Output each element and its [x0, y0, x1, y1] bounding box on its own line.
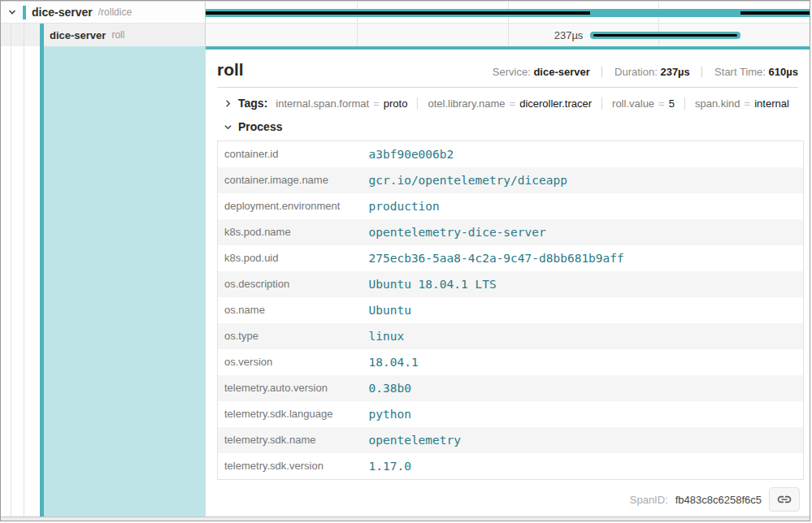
process-label: Process: [238, 120, 282, 133]
selected-span-indent-column: [1, 46, 206, 517]
process-value: Ubuntu 18.04.1 LTS: [363, 271, 804, 297]
start-time-value: 610µs: [769, 66, 798, 78]
indent-guide: [24, 24, 24, 46]
process-row-telemetry.sdk.name[interactable]: telemetry.sdk.nameopentelemetry: [218, 427, 804, 453]
timeline-cell-roll[interactable]: 237µs: [206, 24, 810, 46]
process-key: os.name: [218, 297, 363, 323]
service-color-bar: [40, 24, 44, 46]
service-name: dice-server: [50, 29, 106, 41]
process-key: os.type: [218, 323, 363, 349]
process-value: 0.38b0: [363, 375, 804, 401]
process-row-os.name[interactable]: os.nameUbuntu: [218, 297, 804, 323]
link-icon: [776, 491, 792, 508]
timeline-gridline: [357, 24, 358, 46]
process-key: os.description: [218, 271, 363, 297]
process-tbody: container.ida3bf90e006b2container.image.…: [218, 141, 804, 480]
process-value: 1.17.0: [363, 453, 804, 480]
process-value: python: [363, 401, 804, 427]
process-value: gcr.io/opentelemetry/diceapp: [363, 167, 804, 193]
chevron-down-icon[interactable]: [224, 123, 232, 132]
process-row-os.type[interactable]: os.typelinux: [218, 323, 804, 349]
process-key: os.version: [218, 349, 363, 375]
duration-value: 237µs: [660, 66, 689, 78]
service-value: dice-server: [533, 66, 589, 78]
tags-label: Tags:: [238, 97, 267, 110]
process-key: telemetry.auto.version: [218, 375, 363, 401]
main-area: roll Service: dice-server Duration: 237µ…: [1, 46, 810, 517]
process-key: telemetry.sdk.language: [218, 401, 363, 427]
timeline-cell-rolldice[interactable]: [206, 2, 810, 23]
process-row-container.image.name[interactable]: container.image.namegcr.io/opentelemetry…: [218, 167, 804, 193]
process-value: linux: [363, 323, 804, 349]
span-name-cell[interactable]: dice-server /rolldice: [1, 2, 206, 23]
process-value: a3bf90e006b2: [363, 141, 804, 168]
indent-guide: [24, 46, 24, 517]
process-value: opentelemetry-dice-server: [363, 219, 804, 245]
process-value: production: [363, 193, 804, 219]
span-id-label: SpanID:: [630, 494, 668, 506]
process-value: 275ecb36-5aa8-4c2a-9c47-d8bb681b9aff: [363, 245, 804, 271]
span-title: roll: [217, 60, 244, 80]
deep-link-button[interactable]: [769, 487, 800, 512]
process-key: k8s.pod.name: [218, 219, 363, 245]
operation-name: roll: [111, 29, 124, 41]
process-row-k8s.pod.name[interactable]: k8s.pod.nameopentelemetry-dice-server: [218, 219, 804, 245]
duration-label: Duration:: [614, 66, 658, 78]
process-key: telemetry.sdk.name: [218, 427, 363, 453]
span-id-value: fb483c8c6258f6c5: [675, 494, 762, 506]
indent-guide: [11, 24, 11, 46]
detail-footer: SpanID: fb483c8c6258f6c5: [217, 487, 800, 512]
process-row-telemetry.auto.version[interactable]: telemetry.auto.version0.38b0: [218, 375, 804, 401]
process-value: 18.04.1: [363, 349, 804, 375]
process-key: container.id: [218, 141, 363, 168]
tag-item-span.kind: span.kind=internal: [684, 97, 789, 110]
detail-header: roll Service: dice-server Duration: 237µ…: [206, 50, 810, 80]
service-color-bar: [23, 6, 26, 19]
process-table: container.ida3bf90e006b2container.image.…: [217, 140, 804, 480]
critical-path-segment: [740, 11, 810, 15]
service-label: Service:: [493, 66, 531, 78]
tag-item-internal.span.format: internal.span.format=proto: [276, 97, 407, 110]
process-row-os.version[interactable]: os.version18.04.1: [218, 349, 804, 375]
jaeger-trace-detail-view: dice-server /rolldice dice-server roll 2…: [0, 0, 810, 521]
indent-guide: [11, 46, 11, 517]
span-row-rolldice[interactable]: dice-server /rolldice: [1, 1, 810, 24]
detail-meta: Service: dice-server Duration: 237µs Sta…: [493, 66, 798, 78]
process-section-header[interactable]: Process: [206, 110, 810, 140]
tags-section-header[interactable]: Tags: internal.span.format=protootel.lib…: [206, 88, 810, 110]
process-value: Ubuntu: [363, 297, 804, 323]
meta-divider: [701, 67, 702, 77]
process-key: deployment.environment: [218, 193, 363, 219]
span-name-cell[interactable]: dice-server roll: [1, 24, 206, 46]
timeline-gridline: [508, 24, 509, 46]
critical-path-segment: [593, 34, 737, 37]
process-row-telemetry.sdk.version[interactable]: telemetry.sdk.version1.17.0: [218, 453, 804, 480]
span-rows: dice-server /rolldice dice-server roll 2…: [1, 1, 810, 46]
span-row-roll[interactable]: dice-server roll 237µs: [1, 24, 810, 46]
process-row-k8s.pod.uid[interactable]: k8s.pod.uid275ecb36-5aa8-4c2a-9c47-d8bb6…: [218, 245, 804, 271]
tag-item-otel.library.name: otel.library.name=diceroller.tracer: [417, 97, 592, 110]
selected-span-highlight: [44, 46, 206, 517]
process-row-os.description[interactable]: os.descriptionUbuntu 18.04.1 LTS: [218, 271, 804, 297]
process-key: k8s.pod.uid: [218, 245, 363, 271]
process-value: opentelemetry: [363, 427, 804, 453]
chevron-right-icon[interactable]: [224, 99, 232, 108]
service-name: dice-server: [32, 6, 93, 19]
start-time-label: Start Time:: [714, 66, 766, 78]
process-row-container.id[interactable]: container.ida3bf90e006b2: [218, 141, 804, 168]
span-detail-panel: roll Service: dice-server Duration: 237µ…: [206, 46, 810, 517]
meta-divider: [601, 67, 602, 77]
tag-item-roll.value: roll.value=5: [601, 97, 675, 110]
tags-list: internal.span.format=protootel.library.n…: [276, 97, 789, 110]
operation-name: /rolldice: [98, 6, 132, 18]
chevron-down-icon[interactable]: [7, 7, 17, 17]
span-duration-text: 237µs: [554, 29, 584, 41]
critical-path-segment: [206, 11, 590, 15]
process-key: telemetry.sdk.version: [218, 453, 363, 480]
process-row-telemetry.sdk.language[interactable]: telemetry.sdk.languagepython: [218, 401, 804, 427]
bottom-strip: [1, 517, 810, 521]
process-key: container.image.name: [218, 167, 363, 193]
process-row-deployment.environment[interactable]: deployment.environmentproduction: [218, 193, 804, 219]
